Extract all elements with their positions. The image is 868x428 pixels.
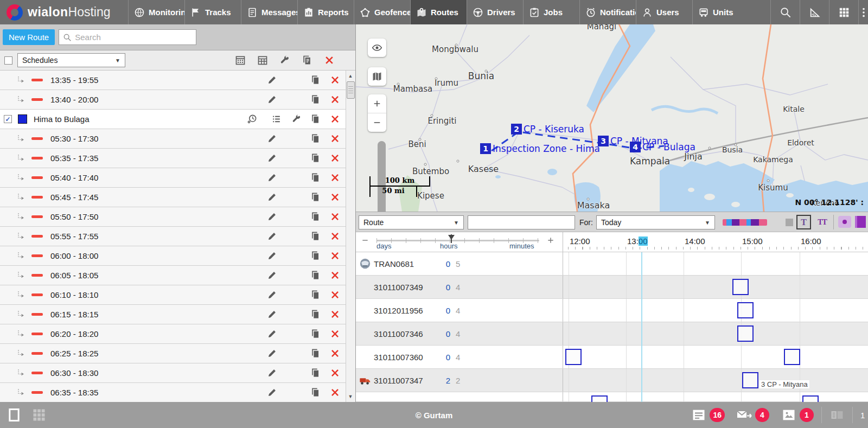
copy-icon[interactable] bbox=[310, 368, 321, 378]
text-mode-2-button[interactable]: TT bbox=[815, 215, 829, 229]
edit-icon[interactable] bbox=[267, 173, 277, 183]
delete-icon[interactable] bbox=[330, 309, 340, 320]
schedule-row[interactable]: 06:15 - 18:15 bbox=[0, 305, 346, 324]
timeline-unit-row[interactable]: TRAN0681 0 5 bbox=[356, 252, 868, 276]
route-event-marker[interactable] bbox=[784, 349, 800, 365]
edit-icon[interactable] bbox=[267, 192, 277, 202]
edit-icon[interactable] bbox=[267, 290, 277, 300]
mode-select[interactable]: Schedules ▼ bbox=[17, 53, 125, 67]
delete-icon[interactable] bbox=[330, 270, 340, 280]
schedule-row[interactable]: 13:40 - 20:00 bbox=[0, 90, 346, 110]
schedule-row[interactable]: 06:10 - 18:10 bbox=[0, 285, 346, 305]
delete-icon[interactable] bbox=[330, 114, 340, 124]
text-mode-button[interactable]: T bbox=[796, 215, 811, 229]
edit-icon[interactable] bbox=[267, 212, 277, 222]
copy-icon[interactable] bbox=[310, 114, 321, 124]
list-scrollbar[interactable]: ▲ ▼ bbox=[346, 71, 355, 402]
delete-icon[interactable] bbox=[330, 368, 340, 378]
route-event-marker[interactable] bbox=[742, 372, 758, 388]
schedule-row[interactable]: 06:35 - 18:35 bbox=[0, 383, 346, 402]
edit-icon[interactable] bbox=[267, 75, 277, 85]
timeline-unit-row[interactable]: 31011007347 2 2 3 CP - Mityana bbox=[356, 369, 868, 392]
schedule-row[interactable]: 06:00 - 18:00 bbox=[0, 246, 346, 266]
new-route-button[interactable]: New Route bbox=[3, 29, 55, 45]
nav-tab-monitoring[interactable]: Monitoring bbox=[128, 0, 184, 24]
footer-badge-notifications[interactable]: 16 bbox=[691, 407, 725, 423]
route-event-marker[interactable] bbox=[737, 325, 754, 342]
copy-schedules-icon[interactable] bbox=[302, 55, 312, 66]
map[interactable]: MahagiMongbwaluBuniaIrumuMambasaEringiti… bbox=[356, 24, 868, 212]
copy-icon[interactable] bbox=[310, 75, 321, 85]
route-event-marker[interactable] bbox=[591, 395, 608, 402]
route-event-marker[interactable] bbox=[802, 395, 819, 402]
tools-icon[interactable] bbox=[291, 114, 302, 124]
copy-icon[interactable] bbox=[310, 290, 321, 300]
edit-icon[interactable] bbox=[267, 309, 277, 320]
table-view-icon[interactable] bbox=[257, 55, 268, 66]
edit-icon[interactable] bbox=[267, 329, 277, 339]
timeline-unit-row[interactable]: 31011007349 0 4 bbox=[356, 276, 868, 299]
copy-icon[interactable] bbox=[310, 212, 321, 222]
nav-tab-reports[interactable]: Reports bbox=[297, 0, 354, 24]
schedule-row[interactable]: 06:20 - 18:20 bbox=[0, 324, 346, 344]
map-layers-button[interactable] bbox=[368, 67, 386, 86]
timeline-legend-icon[interactable] bbox=[723, 219, 767, 226]
timeline-mode-select[interactable]: Route▼ bbox=[359, 215, 464, 229]
point-display-icon[interactable] bbox=[838, 216, 851, 228]
edit-icon[interactable] bbox=[267, 270, 277, 280]
search-box[interactable] bbox=[59, 29, 196, 45]
edit-icon[interactable] bbox=[267, 368, 277, 378]
route-event-marker[interactable] bbox=[737, 302, 754, 318]
schedule-row[interactable]: 13:35 - 19:55 bbox=[0, 71, 346, 90]
copy-icon[interactable] bbox=[310, 329, 321, 339]
delete-schedules-icon[interactable] bbox=[324, 55, 335, 66]
copy-icon[interactable] bbox=[310, 133, 321, 144]
scrollbar-handle[interactable] bbox=[347, 81, 355, 99]
delete-icon[interactable] bbox=[330, 231, 340, 241]
delete-icon[interactable] bbox=[330, 387, 340, 398]
timeline-unit-row[interactable]: 31011007346 0 4 bbox=[356, 322, 868, 346]
delete-icon[interactable] bbox=[330, 329, 340, 339]
delete-icon[interactable] bbox=[330, 94, 340, 105]
scroll-up-icon[interactable]: ▲ bbox=[347, 73, 354, 79]
schedule-row[interactable]: 05:40 - 17:40 bbox=[0, 168, 346, 188]
slider-plus-icon[interactable] bbox=[547, 237, 554, 244]
nav-action-ruler[interactable] bbox=[800, 0, 829, 24]
edit-icon[interactable] bbox=[267, 251, 277, 261]
timeline-unit-row[interactable]: 31011007360 0 4 bbox=[356, 346, 868, 369]
copy-icon[interactable] bbox=[310, 94, 321, 105]
footer-badge-media[interactable]: 1 bbox=[781, 407, 814, 423]
nav-tab-tracks[interactable]: Tracks bbox=[184, 0, 241, 24]
route-event-marker[interactable] bbox=[732, 279, 749, 295]
delete-icon[interactable] bbox=[330, 251, 340, 261]
schedule-row[interactable]: 06:25 - 18:25 bbox=[0, 344, 346, 363]
nav-tab-messages[interactable]: Messages bbox=[241, 0, 297, 24]
edit-icon[interactable] bbox=[267, 231, 277, 241]
schedule-row[interactable]: 06:05 - 18:05 bbox=[0, 266, 346, 285]
nav-tab-drivers[interactable]: Drivers bbox=[467, 0, 523, 24]
checkpoint-marker[interactable]: 1 bbox=[480, 143, 491, 154]
delete-icon[interactable] bbox=[330, 173, 340, 183]
footer-badge-messages[interactable]: 4 bbox=[737, 407, 769, 423]
copy-icon[interactable] bbox=[310, 309, 321, 320]
tools-icon[interactable] bbox=[279, 55, 290, 66]
edit-icon[interactable] bbox=[267, 153, 277, 163]
nav-tab-routes[interactable]: Routes bbox=[410, 0, 467, 24]
nav-tab-units[interactable]: Units bbox=[692, 0, 749, 24]
select-all-checkbox[interactable] bbox=[4, 56, 12, 65]
copy-icon[interactable] bbox=[310, 173, 321, 183]
checkpoint-marker[interactable]: 4 bbox=[630, 142, 641, 152]
timeline-block-icon[interactable] bbox=[786, 219, 793, 226]
edit-icon[interactable] bbox=[267, 133, 277, 144]
schedule-row[interactable]: 05:45 - 17:45 bbox=[0, 188, 346, 207]
nav-action-apps[interactable] bbox=[829, 0, 858, 24]
copy-icon[interactable] bbox=[310, 231, 321, 241]
schedule-row[interactable]: 05:50 - 17:50 bbox=[0, 207, 346, 227]
schedule-row[interactable]: 05:35 - 17:35 bbox=[0, 149, 346, 168]
delete-icon[interactable] bbox=[330, 153, 340, 163]
period-select[interactable]: Today▼ bbox=[596, 215, 715, 229]
copy-icon[interactable] bbox=[310, 270, 321, 280]
nav-tab-notifications[interactable]: Notifications bbox=[579, 0, 636, 24]
route-checkbox[interactable]: ✓ bbox=[4, 115, 12, 123]
slider-track[interactable] bbox=[376, 240, 539, 241]
